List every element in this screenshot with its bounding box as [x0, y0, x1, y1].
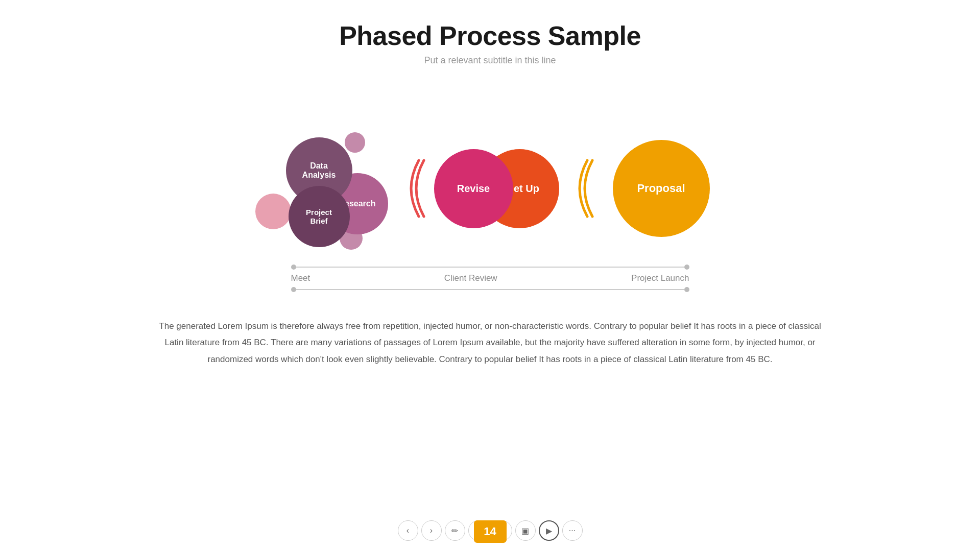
timeline-top-row: [291, 264, 689, 270]
page-indicator: 14: [474, 520, 507, 543]
page-header: Phased Process Sample Put a relevant sub…: [0, 0, 980, 66]
timeline: Meet Client Review Project Launch: [291, 264, 689, 293]
timeline-bottom-row: [291, 286, 689, 293]
forward-button[interactable]: ›: [421, 520, 442, 541]
timeline-line-2: [296, 289, 684, 290]
circle-proposal: Proposal: [613, 140, 710, 237]
timeline-dot-2: [684, 265, 689, 270]
back-button[interactable]: ‹: [398, 520, 418, 541]
timeline-labels: Meet Client Review Project Launch: [291, 270, 689, 286]
layout-icon: ▣: [521, 526, 529, 536]
forward-icon: ›: [430, 526, 433, 535]
video-button[interactable]: ▶: [539, 520, 559, 541]
body-text: The generated Lorem Ipsum is therefore a…: [158, 318, 822, 368]
diagram-area: Data Analysis Project Brief Research Rev…: [0, 127, 980, 250]
layout-button[interactable]: ▣: [515, 520, 536, 541]
edit-icon: ✏: [451, 526, 458, 536]
connector-2: [567, 155, 597, 222]
edit-button[interactable]: ✏: [445, 520, 465, 541]
circle-project-brief: Project Brief: [289, 186, 350, 247]
page-title: Phased Process Sample: [0, 20, 980, 51]
more-icon: ···: [569, 526, 576, 535]
timeline-label-meet: Meet: [291, 273, 310, 283]
phase1-cluster: Data Analysis Project Brief Research: [260, 127, 393, 250]
small-circle-top: [345, 132, 365, 153]
more-button[interactable]: ···: [562, 520, 583, 541]
back-icon: ‹: [407, 526, 409, 535]
video-icon: ▶: [546, 526, 552, 536]
timeline-dot-4: [684, 287, 689, 292]
timeline-dot-1: [291, 265, 296, 270]
timeline-label-launch: Project Launch: [631, 273, 689, 283]
connector-1: [398, 155, 429, 222]
timeline-line-1: [296, 267, 684, 268]
small-circle-left: [255, 194, 291, 229]
timeline-dot-3: [291, 287, 296, 292]
phase2-cluster: Revise Meet Up: [434, 148, 562, 229]
circle-revise: Revise: [434, 149, 513, 228]
page-subtitle: Put a relevant subtitle in this line: [0, 55, 980, 66]
timeline-label-client: Client Review: [444, 273, 497, 283]
